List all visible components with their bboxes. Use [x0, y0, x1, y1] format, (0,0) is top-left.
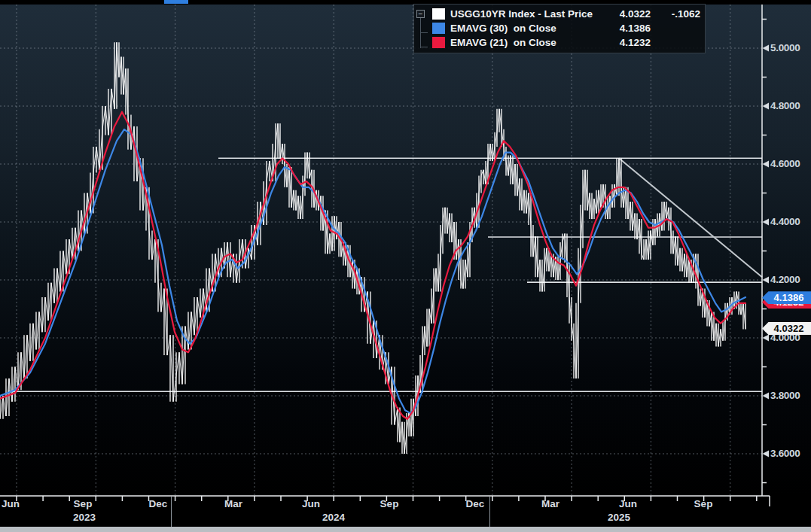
x-axis-month-label: Dec	[149, 498, 168, 509]
legend-item-last-price[interactable]: USGG10YR Index - Last Price 4.0322 -.106…	[432, 7, 700, 21]
legend-item-emavg30[interactable]: EMAVG (30) on Close 4.1386	[432, 21, 700, 35]
y-axis-tick-label: 4.8000	[770, 99, 811, 113]
x-axis-year-label: 2023	[73, 512, 96, 523]
legend-label: USGG10YR Index - Last Price	[450, 8, 593, 20]
x-axis-month-label: Mar	[541, 498, 559, 509]
y-axis-tick-label: 4.2000	[770, 273, 811, 287]
y-axis-tick-label: 3.6000	[770, 447, 811, 461]
legend-change: -.1062	[651, 8, 700, 20]
legend-box[interactable]: − USGG10YR Index - Last Price 4.0322 -.1…	[413, 4, 706, 53]
x-axis-year-label: 2024	[322, 512, 345, 523]
x-axis-year-label: 2025	[608, 512, 630, 523]
legend-tree-line	[420, 32, 428, 33]
x-axis-month-label: Sep	[74, 498, 93, 509]
chart-window: 5.00004.80004.60004.40004.20004.00003.80…	[0, 0, 811, 532]
legend-value: 4.1232	[593, 37, 651, 48]
legend-collapse-icon[interactable]: −	[416, 10, 425, 18]
x-axis-month-label: Jun	[619, 498, 637, 509]
emavg30-swatch	[432, 23, 445, 34]
y-axis-tick-label: 4.4000	[770, 215, 811, 229]
y-axis-tick-label: 4.6000	[770, 157, 811, 171]
price-chart[interactable]	[0, 0, 811, 532]
last-price-badge: 4.0322	[762, 322, 811, 335]
y-axis-tick-label: 3.8000	[770, 389, 811, 403]
legend-tree-line	[420, 47, 428, 47]
legend-value: 4.1386	[593, 23, 651, 34]
legend-value: 4.0322	[593, 8, 651, 20]
legend-label: EMAVG (30) on Close	[450, 23, 556, 34]
bottom-window-edge	[0, 527, 811, 532]
year-divider-line	[489, 497, 490, 527]
x-axis-month-label: Sep	[380, 498, 399, 509]
x-axis-month-label: Jun	[2, 498, 20, 509]
year-divider-line	[171, 497, 172, 527]
emavg21-swatch	[432, 37, 445, 48]
y-axis-tick-label: 5.0000	[770, 41, 811, 55]
ema30-price-badge: 4.1386	[762, 291, 811, 304]
legend-tree-line	[420, 18, 421, 48]
top-scrollbar-thumb[interactable]	[164, 0, 188, 4]
x-axis-month-label: Dec	[466, 498, 485, 509]
x-axis-month-label: Jun	[302, 498, 320, 509]
x-axis-month-label: Mar	[224, 498, 242, 509]
last-price-swatch	[432, 8, 445, 20]
legend-item-emavg21[interactable]: EMAVG (21) on Close 4.1232	[432, 35, 700, 50]
x-axis-month-label: Sep	[694, 498, 713, 509]
legend-label: EMAVG (21) on Close	[450, 37, 556, 48]
